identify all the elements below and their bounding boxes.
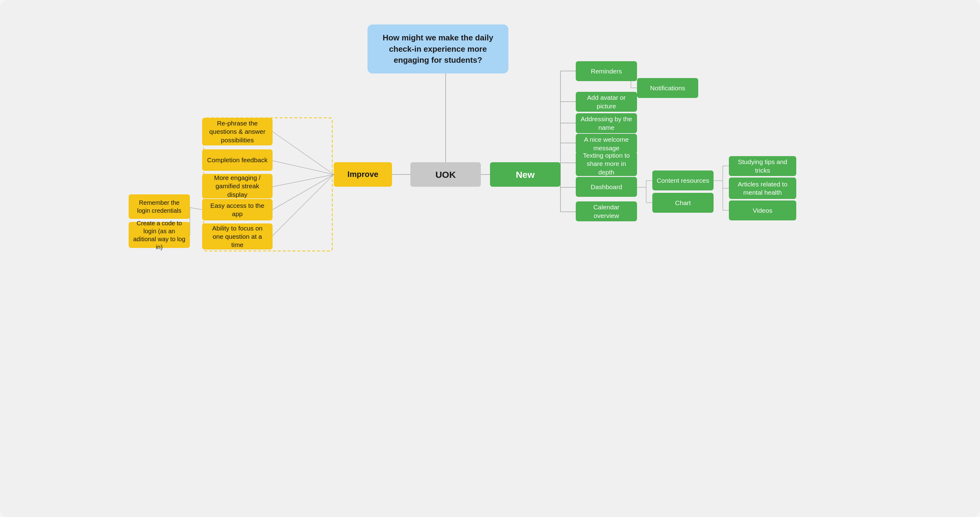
mindmap-canvas: How might we make the daily check-in exp… [0, 0, 980, 517]
svg-line-7 [272, 174, 334, 210]
dashboard-node[interactable]: Dashboard [576, 177, 637, 197]
improve-node[interactable]: Improve [334, 162, 392, 187]
new-node[interactable]: New [490, 162, 560, 187]
chart-node[interactable]: Chart [652, 193, 714, 213]
svg-line-5 [272, 161, 334, 174]
videos-node[interactable]: Videos [729, 200, 796, 220]
svg-line-8 [272, 174, 334, 236]
rephrase-node[interactable]: Re-phrase the questions & answer possibi… [202, 118, 272, 145]
svg-line-9 [190, 208, 202, 210]
add-avatar-node[interactable]: Add avatar or picture [576, 92, 637, 112]
connections-svg [0, 0, 980, 517]
uok-node[interactable]: UOK [410, 162, 481, 187]
svg-line-4 [272, 132, 334, 174]
ability-focus-node[interactable]: Ability to focus on one question at a ti… [202, 224, 272, 249]
texting-option-node[interactable]: Texting option to share more in depth [576, 152, 637, 176]
completion-feedback-node[interactable]: Completion feedback [202, 149, 272, 171]
calendar-overview-node[interactable]: Calendar overview [576, 201, 637, 221]
easy-access-node[interactable]: Easy access to the app [202, 199, 272, 220]
more-engaging-node[interactable]: More engaging / gamified streak display [202, 174, 272, 198]
articles-mental-node[interactable]: Articles related to mental health [729, 178, 796, 199]
studying-tips-node[interactable]: Studying tips and tricks [729, 156, 796, 176]
welcome-message-node[interactable]: A nice welcome message [576, 134, 637, 154]
content-resources-node[interactable]: Content resources [652, 171, 714, 190]
addressing-name-node[interactable]: Addressing by the name [576, 113, 637, 133]
notifications-node[interactable]: Notifications [637, 78, 698, 98]
svg-line-6 [272, 174, 334, 187]
central-question-node[interactable]: How might we make the daily check-in exp… [368, 24, 508, 73]
reminders-node[interactable]: Reminders [576, 61, 637, 81]
create-code-node[interactable]: Create a code to login (as an aditional … [129, 222, 190, 248]
remember-login-node[interactable]: Remember the login credentials [129, 194, 190, 219]
